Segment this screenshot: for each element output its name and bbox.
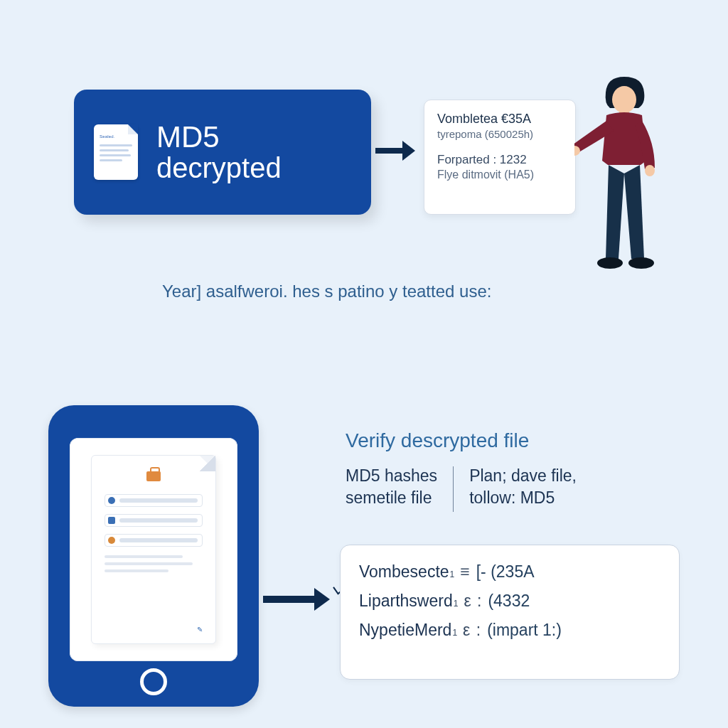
svg-point-5	[628, 257, 654, 269]
doc-field-3	[105, 534, 203, 547]
doc-small-label: Sealed.	[100, 134, 115, 139]
hash-val-1: [- (235A	[476, 562, 535, 582]
person-pointing-icon	[574, 71, 674, 284]
card-title: MD5 decrypted	[156, 122, 282, 183]
hash-sup-2: 1	[454, 599, 459, 609]
hash-op-1: ≡	[460, 562, 470, 582]
info-line-3: Forparted : 1232	[437, 153, 562, 167]
col-right-line2: tollow: MD5	[469, 488, 577, 508]
doc-signature-icon: ✎	[197, 626, 203, 633]
column-right: Plan; dave file, tollow: MD5	[454, 466, 592, 512]
info-line-2: tyrepoma (650025h)	[437, 128, 562, 140]
hash-values-panel: Vombesecte 1 ≡ [- (235A Liparthswerd 1 ε…	[340, 545, 680, 680]
hash-row-1: Vombesecte 1 ≡ [- (235A	[359, 562, 660, 582]
column-labels: MD5 hashes semetile file Plan; dave file…	[346, 466, 592, 512]
home-button-icon	[140, 668, 167, 695]
card-title-line2: decrypted	[156, 153, 282, 183]
hash-op-2: ε :	[464, 592, 482, 611]
hash-key-3: NypetieMerd	[359, 621, 451, 640]
card-title-line1: MD5	[156, 122, 282, 153]
md5-decrypted-card: Sealed. MD5 decrypted	[74, 90, 371, 215]
col-right-line1: Plan; dave file,	[469, 466, 577, 486]
hash-info-box: Vombletea €35A tyrepoma (650025h) Forpar…	[424, 100, 576, 215]
info-line-4: Flye ditmovit (HA5)	[437, 168, 562, 181]
hash-key-1: Vombesecte	[359, 562, 449, 582]
info-line-1: Vombletea €35A	[437, 112, 562, 127]
hash-row-2: Liparthswerd 1 ε : (4332	[359, 592, 660, 611]
col-left-line2: semetile file	[346, 488, 437, 508]
device-screen: ✎	[70, 438, 237, 661]
svg-point-0	[612, 86, 636, 113]
col-left-line1: MD5 hashes	[346, 466, 437, 486]
doc-field-2	[105, 514, 203, 527]
arrow-right-icon	[375, 144, 415, 158]
arrow-right-with-tick-icon	[263, 590, 331, 609]
hash-val-2: (4332	[488, 592, 530, 611]
verify-heading: Verify descrypted file	[346, 429, 529, 452]
hash-sup-1: 1	[450, 569, 455, 579]
hash-val-3: (impart 1:)	[487, 621, 562, 640]
document-on-screen-icon: ✎	[91, 455, 216, 644]
description-text: Year] asalfweroi. hes s patino y teatted…	[162, 282, 603, 301]
document-icon: Sealed.	[94, 124, 138, 180]
svg-point-4	[597, 257, 623, 269]
doc-text-lines	[100, 144, 132, 164]
svg-point-3	[645, 165, 655, 176]
column-left: MD5 hashes semetile file	[346, 466, 453, 512]
hash-op-3: ε :	[463, 621, 481, 640]
doc-field-1	[105, 494, 203, 507]
hash-key-2: Liparthswerd	[359, 592, 453, 611]
hash-row-3: NypetieMerd 1 ε : (impart 1:)	[359, 621, 660, 640]
tablet-device: ✎	[48, 405, 259, 707]
briefcase-icon	[146, 471, 161, 481]
hash-sup-3: 1	[452, 628, 457, 638]
